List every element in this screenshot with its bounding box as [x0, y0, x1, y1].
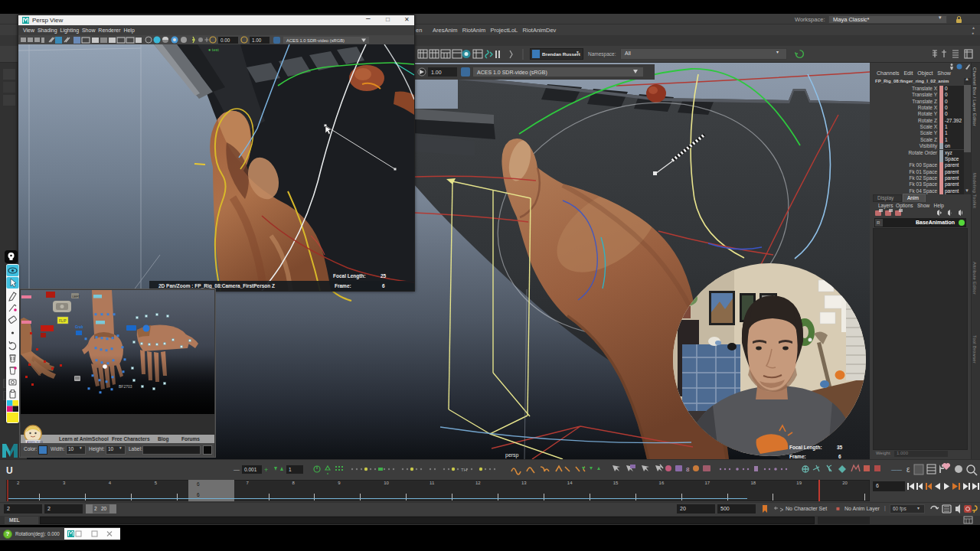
- svg-text:ε: ε: [906, 465, 910, 474]
- svg-text:TH: TH: [461, 468, 467, 472]
- svg-text:35: 35: [837, 445, 843, 450]
- svg-text:U: U: [6, 465, 13, 476]
- svg-text:1: 1: [289, 467, 292, 472]
- svg-text:Frame:: Frame:: [335, 283, 351, 289]
- svg-text:ACES 1.0 SDR-video (sRGB): ACES 1.0 SDR-video (sRGB): [286, 38, 345, 43]
- svg-text:ACES 1.0 SDR-video (sRGB): ACES 1.0 SDR-video (sRGB): [477, 70, 547, 76]
- svg-text:0.00: 0.00: [220, 37, 230, 43]
- svg-text:Grab: Grab: [75, 325, 83, 329]
- svg-text:—: —: [234, 466, 240, 473]
- svg-text:1.00: 1.00: [252, 37, 262, 43]
- svg-text:8: 8: [686, 466, 690, 473]
- svg-text:persp: persp: [505, 452, 519, 458]
- svg-text:Focal Length:: Focal Length:: [789, 445, 822, 451]
- svg-text:——: ——: [891, 467, 902, 472]
- svg-text:25: 25: [381, 273, 387, 279]
- svg-text:FLIP: FLIP: [59, 319, 67, 323]
- svg-text:Frame:: Frame:: [789, 454, 806, 459]
- svg-text:BF2703: BF2703: [119, 384, 132, 389]
- svg-text:1.00: 1.00: [431, 70, 442, 75]
- svg-text:6: 6: [382, 283, 385, 289]
- svg-text:0.001: 0.001: [244, 467, 257, 472]
- svg-text:+: +: [264, 466, 268, 474]
- svg-text:LEFT: LEFT: [73, 295, 80, 298]
- svg-text:Focal Length:: Focal Length:: [333, 273, 366, 279]
- svg-text:● test: ● test: [208, 47, 219, 52]
- svg-text:6: 6: [838, 454, 841, 459]
